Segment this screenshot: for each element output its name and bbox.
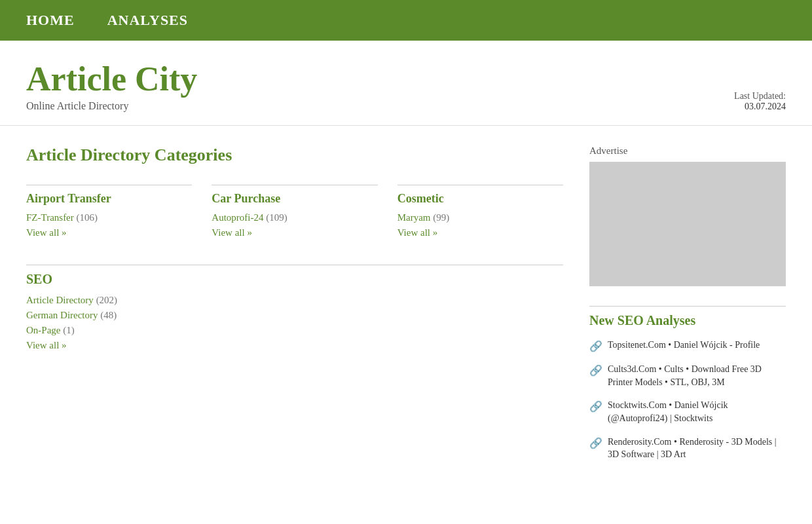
category-block-airport: Airport Transfer FZ-Transfer (106) View … [26, 185, 192, 238]
seo-analysis-text-3: Renderosity.Com • Renderosity - 3D Model… [608, 436, 786, 461]
seo-analysis-item-3: 🔗 Renderosity.Com • Renderosity - 3D Mod… [589, 436, 786, 461]
link-icon-3: 🔗 [589, 437, 602, 449]
categories-grid: Airport Transfer FZ-Transfer (106) View … [26, 185, 563, 238]
link-icon-2: 🔗 [589, 400, 602, 413]
categories-section-title: Article Directory Categories [26, 145, 563, 165]
seo-item-onpage: On-Page (1) [26, 325, 563, 336]
last-updated: Last Updated: 03.07.2024 [734, 91, 786, 112]
main-nav: HOME ANALYSES [0, 0, 812, 41]
last-updated-label: Last Updated: [734, 91, 786, 102]
seo-item-article-directory: Article Directory (202) [26, 295, 563, 306]
nav-analyses[interactable]: ANALYSES [107, 12, 188, 29]
category-name-cosmetic[interactable]: Cosmetic [397, 192, 563, 206]
seo-analysis-item-2: 🔗 Stocktwits.Com • Daniel Wójcik (@Autop… [589, 399, 786, 424]
seo-analysis-text-0: Topsitenet.Com • Daniel Wójcik - Profile [608, 339, 760, 352]
content-area: Article Directory Categories Airport Tra… [26, 145, 563, 472]
nav-home[interactable]: HOME [26, 12, 75, 29]
sidebar: Advertise New SEO Analyses 🔗 Topsitenet.… [589, 145, 786, 472]
seo-analysis-text-1: Cults3d.Com • Cults • Download Free 3D P… [608, 363, 786, 388]
seo-item-german-directory: German Directory (48) [26, 310, 563, 321]
category-item-fztransfer: FZ-Transfer (106) [26, 212, 192, 223]
category-count-maryam: (99) [433, 212, 449, 223]
seo-section: SEO Article Directory (202) German Direc… [26, 265, 563, 351]
last-updated-date: 03.07.2024 [734, 102, 786, 112]
category-name-airport[interactable]: Airport Transfer [26, 192, 192, 206]
seo-analysis-item-1: 🔗 Cults3d.Com • Cults • Download Free 3D… [589, 363, 786, 388]
main-container: Article Directory Categories Airport Tra… [0, 126, 812, 491]
new-seo-title: New SEO Analyses [589, 306, 786, 328]
link-icon-1: 🔗 [589, 364, 602, 377]
seo-item-link-onpage[interactable]: On-Page [26, 325, 61, 335]
category-name-car[interactable]: Car Purchase [212, 192, 377, 206]
view-all-seo[interactable]: View all » [26, 340, 563, 351]
seo-count-german-directory: (48) [100, 310, 117, 320]
category-item-link-maryam[interactable]: Maryam [397, 212, 431, 223]
ad-placeholder [589, 162, 786, 286]
site-subtitle: Online Article Directory [26, 100, 197, 112]
category-count-autoprofi: (109) [266, 212, 287, 223]
category-item-link-autoprofi[interactable]: Autoprofi-24 [212, 212, 263, 223]
seo-section-title: SEO [26, 265, 563, 287]
category-item-link-fztransfer[interactable]: FZ-Transfer [26, 212, 74, 223]
seo-item-link-article-directory[interactable]: Article Directory [26, 295, 94, 305]
seo-item-link-german-directory[interactable]: German Directory [26, 310, 98, 320]
category-item-maryam: Maryam (99) [397, 212, 563, 223]
site-title: Article City [26, 60, 197, 98]
seo-count-onpage: (1) [63, 325, 75, 335]
seo-count-article-directory: (202) [96, 295, 118, 305]
link-icon-0: 🔗 [589, 340, 602, 352]
category-count-fztransfer: (106) [77, 212, 98, 223]
site-header: Article City Online Article Directory La… [0, 41, 812, 126]
view-all-airport[interactable]: View all » [26, 227, 192, 238]
advertise-label: Advertise [589, 145, 786, 157]
category-block-cosmetic: Cosmetic Maryam (99) View all » [397, 185, 563, 238]
view-all-car[interactable]: View all » [212, 227, 377, 238]
seo-analysis-item-0: 🔗 Topsitenet.Com • Daniel Wójcik - Profi… [589, 339, 786, 352]
seo-analysis-text-2: Stocktwits.Com • Daniel Wójcik (@Autopro… [608, 399, 786, 424]
category-item-autoprofi: Autoprofi-24 (109) [212, 212, 377, 223]
view-all-cosmetic[interactable]: View all » [397, 227, 563, 238]
category-block-car: Car Purchase Autoprofi-24 (109) View all… [212, 185, 377, 238]
